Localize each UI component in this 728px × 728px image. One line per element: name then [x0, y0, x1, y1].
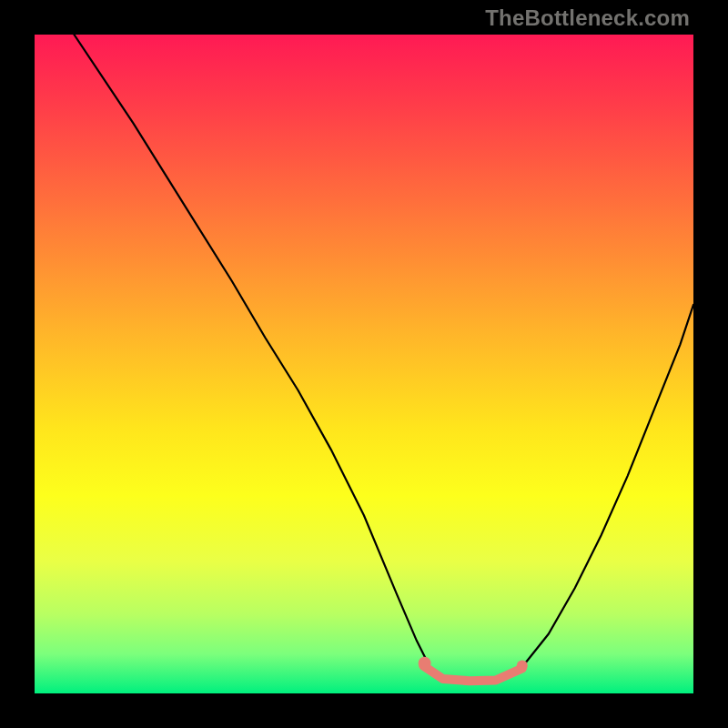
- curve-left: [74, 35, 430, 667]
- watermark: TheBottleneck.com: [485, 5, 690, 31]
- left-dot: [419, 657, 431, 670]
- right-dot: [517, 661, 528, 672]
- curve-right: [522, 305, 693, 667]
- curve-layer: [35, 35, 693, 693]
- plot-area: [35, 35, 693, 693]
- chart-container: TheBottleneck.com: [0, 0, 728, 728]
- valley-band: [423, 666, 522, 682]
